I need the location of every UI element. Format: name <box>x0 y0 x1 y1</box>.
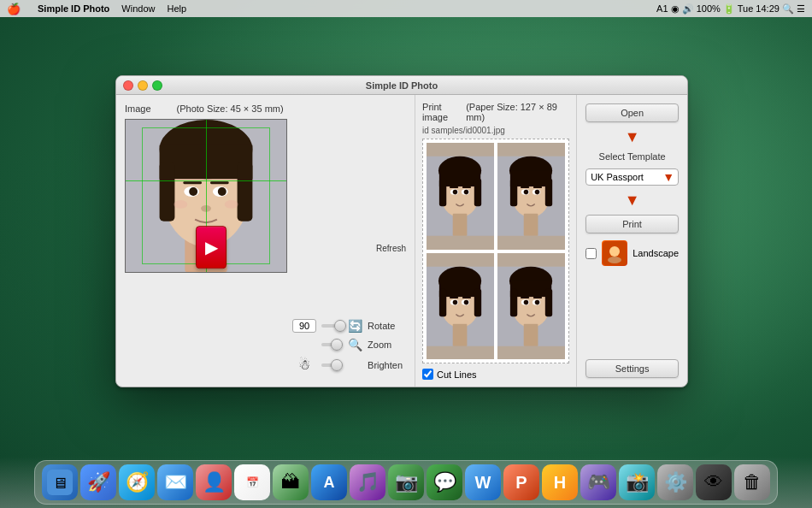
cut-lines-label: Cut Lines <box>437 369 476 380</box>
svg-point-25 <box>464 190 469 195</box>
print-button[interactable]: Print <box>585 215 679 233</box>
zoom-track[interactable] <box>321 343 343 346</box>
svg-point-37 <box>524 190 529 195</box>
brighten-thumb[interactable] <box>331 359 343 371</box>
svg-rect-27 <box>462 186 471 188</box>
dock: 🖥 🚀 🧭 ✉️ 👤 📅 🏔 A 🎵 📷 💬 W P H 🎮 📸 ⚙️ 👁 🗑 <box>0 457 812 508</box>
image-header: Image (Photo Size: 45 × 35 mm) <box>125 103 406 114</box>
cut-lines-row: Cut Lines <box>422 369 569 380</box>
photo-cell-1 <box>427 143 494 250</box>
menu-help[interactable]: Help <box>167 3 186 14</box>
svg-rect-40 <box>533 186 542 188</box>
brighten-track[interactable] <box>321 363 340 367</box>
dock-icon-music[interactable]: 🎵 <box>350 464 385 500</box>
print-header: Print image (Paper Size: 127 × 89 mm) <box>422 102 569 122</box>
minimize-button[interactable] <box>138 80 148 91</box>
svg-rect-26 <box>450 186 458 188</box>
menubar: 🍎 Simple ID Photo Window Help A1 ◉ 🔊 100… <box>0 0 812 17</box>
svg-rect-53 <box>462 297 471 298</box>
photo-cell-2 <box>497 143 565 250</box>
photo-size-info: (Photo Size: 45 × 35 mm) <box>177 103 284 114</box>
landscape-label: Landscape <box>633 248 679 258</box>
dock-icon-calendar[interactable]: 📅 <box>234 464 270 500</box>
dock-icon-mail[interactable]: ✉️ <box>157 464 193 500</box>
dock-icon-trash[interactable]: 🗑 <box>734 464 770 500</box>
rotate-thumb[interactable] <box>334 320 346 332</box>
refresh-label: Refresh <box>376 244 406 253</box>
svg-point-70 <box>608 257 621 263</box>
svg-text:🖥: 🖥 <box>52 475 68 492</box>
dock-icon-finder[interactable]: 🖥 <box>42 464 78 500</box>
select-template-label: Select Template <box>585 151 679 162</box>
svg-rect-60 <box>545 288 552 316</box>
svg-rect-52 <box>450 297 458 298</box>
brighten-icon: ☃ <box>298 357 310 373</box>
window-content: Image (Photo Size: 45 × 35 mm) <box>116 95 687 387</box>
svg-rect-33 <box>510 179 517 207</box>
landscape-row: Landscape <box>585 240 679 266</box>
template-select[interactable]: UK Passport US Passport EU Passport Chin… <box>585 168 679 186</box>
dock-icon-facetime[interactable]: 📷 <box>388 464 424 500</box>
svg-point-38 <box>535 190 540 195</box>
arrow-down-2: ▼ <box>585 192 679 208</box>
arrow-down-1: ▼ <box>585 129 679 145</box>
dock-icon-launchpad[interactable]: 🚀 <box>80 464 116 500</box>
sliders-section: 90 🔄 Rotate <box>292 319 406 378</box>
menu-app-name[interactable]: Simple ID Photo <box>38 3 109 14</box>
rotate-icon: 🔄 <box>348 319 362 333</box>
template-select-wrapper: UK Passport US Passport EU Passport Chin… <box>585 168 679 186</box>
rotate-value[interactable]: 90 <box>292 319 316 333</box>
image-label: Image <box>125 103 151 114</box>
dock-icon-appstore[interactable]: A <box>311 464 347 500</box>
app-window: Simple ID Photo Image (Photo Size: 45 × … <box>115 75 688 387</box>
dock-icon-word[interactable]: W <box>465 464 501 500</box>
brighten-slider-row: ☃ Brighten <box>292 357 406 373</box>
dock-icon-contacts[interactable]: 👤 <box>196 464 232 500</box>
open-button[interactable]: Open <box>585 103 679 122</box>
menubar-right: A1 ◉ 🔊 100% 🔋 Tue 14:29 🔍 ☰ <box>656 3 805 15</box>
svg-point-24 <box>453 190 458 195</box>
right-panel: Open ▼ Select Template UK Passport US Pa… <box>577 95 687 387</box>
svg-rect-66 <box>533 297 542 298</box>
rotate-label: Rotate <box>368 321 406 331</box>
svg-point-69 <box>609 246 620 257</box>
left-panel: Image (Photo Size: 45 × 35 mm) <box>116 95 415 387</box>
landscape-checkbox[interactable] <box>585 248 597 259</box>
rotate-track[interactable] <box>321 324 343 328</box>
svg-rect-28 <box>453 214 468 236</box>
traffic-lights <box>123 80 162 91</box>
refresh-button[interactable]: ▶ <box>196 226 227 269</box>
svg-rect-67 <box>524 323 538 346</box>
photo-grid <box>422 139 569 363</box>
svg-rect-54 <box>453 323 468 346</box>
svg-point-63 <box>524 299 529 304</box>
cut-lines-checkbox[interactable] <box>422 369 433 380</box>
dock-icon-safari[interactable]: 🧭 <box>119 464 155 500</box>
maximize-button[interactable] <box>152 80 162 91</box>
dock-background: 🖥 🚀 🧭 ✉️ 👤 📅 🏔 A 🎵 📷 💬 W P H 🎮 📸 ⚙️ 👁 🗑 <box>34 460 778 505</box>
close-button[interactable] <box>123 80 133 91</box>
svg-rect-41 <box>524 214 538 236</box>
dock-icon-eye[interactable]: 👁 <box>696 464 732 500</box>
dock-icon-ppt[interactable]: P <box>503 464 539 500</box>
dock-icon-photos[interactable]: 🏔 <box>273 464 309 500</box>
zoom-slider-row: 🔍 Zoom <box>292 338 406 351</box>
menu-window[interactable]: Window <box>121 3 155 14</box>
landscape-thumbnail <box>602 240 627 266</box>
file-label: id samples/id0001.jpg <box>422 126 569 135</box>
dock-icon-tool1[interactable]: ⚙️ <box>657 464 693 500</box>
paper-size-info: (Paper Size: 127 × 89 mm) <box>466 102 569 122</box>
brighten-label: Brighten <box>368 360 406 370</box>
dock-icon-photo2[interactable]: 📸 <box>619 464 655 500</box>
rotate-slider-row: 90 🔄 Rotate <box>292 319 406 333</box>
settings-button[interactable]: Settings <box>585 359 679 378</box>
dock-icon-game[interactable]: 🎮 <box>580 464 616 500</box>
svg-rect-21 <box>474 179 481 207</box>
dock-icon-wps[interactable]: H <box>542 464 578 500</box>
dock-icon-messages[interactable]: 💬 <box>427 464 462 500</box>
svg-rect-65 <box>521 297 529 298</box>
menubar-left: 🍎 Simple ID Photo Window Help <box>7 3 186 15</box>
apple-menu[interactable]: 🍎 <box>7 3 21 15</box>
zoom-thumb[interactable] <box>331 339 343 351</box>
svg-rect-20 <box>439 179 446 207</box>
